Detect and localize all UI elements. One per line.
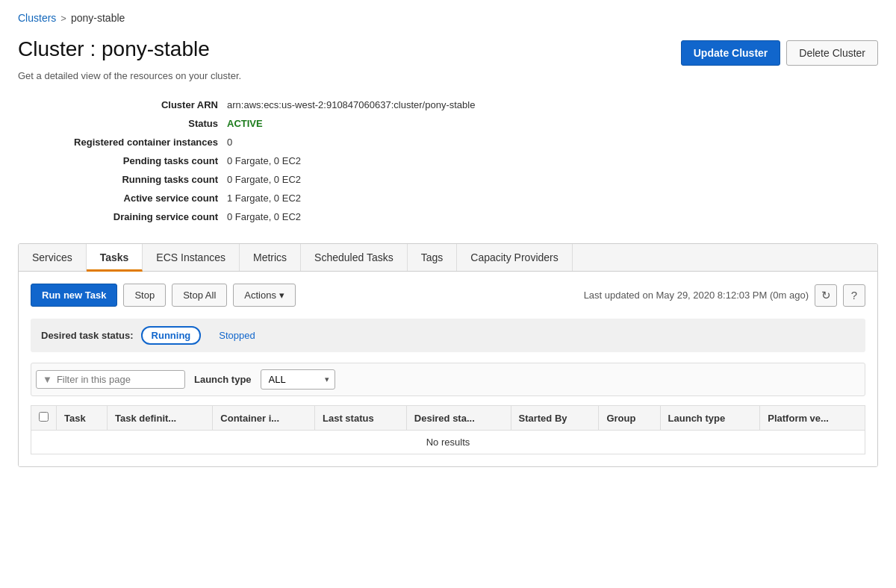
stop-all-button[interactable]: Stop All bbox=[172, 284, 227, 307]
breadcrumb-current: pony-stable bbox=[71, 12, 125, 24]
status-stopped-pill[interactable]: Stopped bbox=[208, 326, 265, 345]
breadcrumb: Clusters > pony-stable bbox=[18, 12, 878, 24]
draining-row: Draining service count 0 Fargate, 0 EC2 bbox=[48, 211, 878, 222]
breadcrumb-separator: > bbox=[60, 13, 66, 24]
pending-row: Pending tasks count 0 Fargate, 0 EC2 bbox=[48, 155, 878, 166]
header-buttons: Update Cluster Delete Cluster bbox=[681, 40, 878, 66]
filter-icon: ▼ bbox=[43, 374, 52, 385]
filter-input[interactable] bbox=[57, 374, 169, 385]
col-task: Task bbox=[57, 406, 108, 431]
tab-tags[interactable]: Tags bbox=[408, 244, 458, 271]
update-cluster-button[interactable]: Update Cluster bbox=[681, 40, 781, 66]
launch-type-label: Launch type bbox=[194, 374, 252, 385]
action-bar-right: Last updated on May 29, 2020 8:12:03 PM … bbox=[584, 284, 865, 307]
cluster-info: Cluster ARN arn:aws:ecs:us-west-2:910847… bbox=[48, 99, 878, 222]
refresh-button[interactable]: ↻ bbox=[815, 284, 837, 307]
status-row: Status ACTIVE bbox=[48, 118, 878, 129]
select-all-checkbox[interactable] bbox=[39, 412, 49, 422]
registered-value: 0 bbox=[227, 137, 232, 148]
tasks-tab-content: Run new Task Stop Stop All Actions Last … bbox=[19, 272, 877, 466]
active-service-row: Active service count 1 Fargate, 0 EC2 bbox=[48, 193, 878, 204]
page-header: Cluster : pony-stable Update Cluster Del… bbox=[18, 37, 878, 66]
tabs-container: Services Tasks ECS Instances Metrics Sch… bbox=[18, 243, 878, 467]
page-title: Cluster : pony-stable bbox=[18, 37, 210, 61]
filter-input-wrapper: ▼ bbox=[36, 370, 185, 389]
launch-type-select-wrapper: ALL EC2 FARGATE ▾ bbox=[261, 369, 335, 390]
select-all-header bbox=[31, 406, 57, 431]
tasks-table: Task Task definit... Container i... Last… bbox=[31, 405, 865, 454]
no-results-row: No results bbox=[31, 431, 865, 454]
status-running-pill[interactable]: Running bbox=[141, 326, 202, 345]
tab-ecs-instances[interactable]: ECS Instances bbox=[143, 244, 240, 271]
filter-row: ▼ Launch type ALL EC2 FARGATE ▾ bbox=[31, 363, 865, 396]
arn-value: arn:aws:ecs:us-west-2:910847060637:clust… bbox=[227, 99, 475, 110]
pending-value: 0 Fargate, 0 EC2 bbox=[227, 155, 301, 166]
actions-button[interactable]: Actions bbox=[233, 284, 296, 307]
tab-metrics[interactable]: Metrics bbox=[240, 244, 301, 271]
col-launch-type: Launch type bbox=[660, 406, 760, 431]
table-header-row: Task Task definit... Container i... Last… bbox=[31, 406, 865, 431]
col-task-def: Task definit... bbox=[108, 406, 213, 431]
active-service-value: 1 Fargate, 0 EC2 bbox=[227, 193, 301, 204]
action-bar: Run new Task Stop Stop All Actions Last … bbox=[31, 284, 865, 307]
table-header: Task Task definit... Container i... Last… bbox=[31, 406, 865, 431]
running-row: Running tasks count 0 Fargate, 0 EC2 bbox=[48, 174, 878, 185]
col-started-by: Started By bbox=[511, 406, 599, 431]
run-new-task-button[interactable]: Run new Task bbox=[31, 284, 117, 307]
tab-scheduled-tasks[interactable]: Scheduled Tasks bbox=[301, 244, 408, 271]
col-last-status: Last status bbox=[315, 406, 407, 431]
active-service-label: Active service count bbox=[48, 193, 227, 204]
status-value: ACTIVE bbox=[227, 118, 263, 129]
no-results-cell: No results bbox=[31, 431, 865, 454]
col-group: Group bbox=[599, 406, 660, 431]
status-label: Status bbox=[48, 118, 227, 129]
table-body: No results bbox=[31, 431, 865, 454]
delete-cluster-button[interactable]: Delete Cluster bbox=[786, 40, 878, 66]
help-button[interactable]: ? bbox=[843, 284, 865, 307]
actions-label: Actions bbox=[244, 290, 276, 301]
running-label: Running tasks count bbox=[48, 174, 227, 185]
cluster-arn-row: Cluster ARN arn:aws:ecs:us-west-2:910847… bbox=[48, 99, 878, 110]
launch-type-select[interactable]: ALL EC2 FARGATE bbox=[261, 369, 335, 390]
actions-chevron-icon bbox=[279, 290, 284, 301]
page-subtitle: Get a detailed view of the resources on … bbox=[18, 70, 878, 81]
tab-services[interactable]: Services bbox=[19, 244, 87, 271]
col-container: Container i... bbox=[213, 406, 315, 431]
status-filter: Desired task status: Running Stopped bbox=[31, 319, 865, 352]
col-platform-version: Platform ve... bbox=[760, 406, 865, 431]
desired-status-label: Desired task status: bbox=[41, 330, 134, 341]
registered-row: Registered container instances 0 bbox=[48, 137, 878, 148]
last-updated-text: Last updated on May 29, 2020 8:12:03 PM … bbox=[584, 290, 809, 301]
draining-label: Draining service count bbox=[48, 211, 227, 222]
draining-value: 0 Fargate, 0 EC2 bbox=[227, 211, 301, 222]
registered-label: Registered container instances bbox=[48, 137, 227, 148]
tab-capacity-providers[interactable]: Capacity Providers bbox=[457, 244, 573, 271]
arn-label: Cluster ARN bbox=[48, 99, 227, 110]
tab-tasks[interactable]: Tasks bbox=[87, 244, 143, 272]
pending-label: Pending tasks count bbox=[48, 155, 227, 166]
breadcrumb-parent-link[interactable]: Clusters bbox=[18, 12, 56, 24]
running-value: 0 Fargate, 0 EC2 bbox=[227, 174, 301, 185]
col-desired-status: Desired sta... bbox=[406, 406, 511, 431]
tabs-bar: Services Tasks ECS Instances Metrics Sch… bbox=[19, 244, 877, 272]
stop-button[interactable]: Stop bbox=[123, 284, 166, 307]
